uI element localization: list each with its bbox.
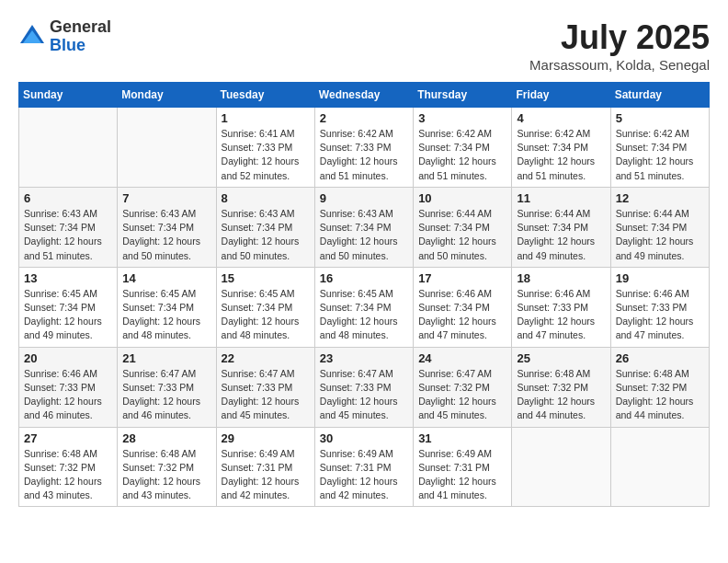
calendar-cell: 3Sunrise: 6:42 AM Sunset: 7:34 PM Daylig… — [414, 108, 512, 188]
day-info: Sunrise: 6:48 AM Sunset: 7:32 PM Dayligh… — [122, 447, 210, 503]
day-info: Sunrise: 6:49 AM Sunset: 7:31 PM Dayligh… — [320, 447, 408, 503]
calendar-cell — [512, 427, 610, 507]
day-info: Sunrise: 6:47 AM Sunset: 7:32 PM Dayligh… — [418, 367, 506, 423]
day-number: 17 — [418, 271, 506, 285]
logo-icon — [18, 23, 46, 51]
calendar-week-1: 1Sunrise: 6:41 AM Sunset: 7:33 PM Daylig… — [19, 108, 710, 188]
day-number: 31 — [418, 431, 506, 445]
day-number: 21 — [122, 351, 210, 365]
day-info: Sunrise: 6:46 AM Sunset: 7:33 PM Dayligh… — [517, 287, 605, 343]
calendar-cell: 19Sunrise: 6:46 AM Sunset: 7:33 PM Dayli… — [610, 267, 709, 347]
day-number: 20 — [24, 351, 112, 365]
calendar-cell: 4Sunrise: 6:42 AM Sunset: 7:34 PM Daylig… — [512, 108, 610, 188]
day-info: Sunrise: 6:43 AM Sunset: 7:34 PM Dayligh… — [222, 207, 310, 263]
calendar-header: SundayMondayTuesdayWednesdayThursdayFrid… — [19, 83, 710, 108]
day-number: 30 — [320, 431, 408, 445]
calendar-week-5: 27Sunrise: 6:48 AM Sunset: 7:32 PM Dayli… — [19, 427, 710, 507]
day-info: Sunrise: 6:47 AM Sunset: 7:33 PM Dayligh… — [122, 367, 210, 423]
day-number: 9 — [320, 191, 408, 205]
day-number: 6 — [24, 191, 112, 205]
calendar-cell — [610, 427, 709, 507]
calendar-cell: 31Sunrise: 6:49 AM Sunset: 7:31 PM Dayli… — [414, 427, 512, 507]
day-info: Sunrise: 6:44 AM Sunset: 7:34 PM Dayligh… — [616, 207, 704, 263]
day-number: 18 — [517, 271, 605, 285]
calendar-cell: 20Sunrise: 6:46 AM Sunset: 7:33 PM Dayli… — [19, 347, 118, 427]
calendar-cell: 11Sunrise: 6:44 AM Sunset: 7:34 PM Dayli… — [512, 187, 610, 267]
day-info: Sunrise: 6:48 AM Sunset: 7:32 PM Dayligh… — [24, 447, 112, 503]
calendar-cell: 1Sunrise: 6:41 AM Sunset: 7:33 PM Daylig… — [216, 108, 314, 188]
day-info: Sunrise: 6:47 AM Sunset: 7:33 PM Dayligh… — [320, 367, 408, 423]
day-number: 14 — [122, 271, 210, 285]
calendar-cell: 10Sunrise: 6:44 AM Sunset: 7:34 PM Dayli… — [414, 187, 512, 267]
weekday-header-saturday: Saturday — [610, 83, 709, 108]
weekday-header-friday: Friday — [512, 83, 610, 108]
day-info: Sunrise: 6:43 AM Sunset: 7:34 PM Dayligh… — [320, 207, 408, 263]
calendar-table: SundayMondayTuesdayWednesdayThursdayFrid… — [18, 82, 710, 507]
calendar-cell — [118, 108, 216, 188]
calendar-cell: 2Sunrise: 6:42 AM Sunset: 7:33 PM Daylig… — [314, 108, 413, 188]
calendar-cell: 24Sunrise: 6:47 AM Sunset: 7:32 PM Dayli… — [414, 347, 512, 427]
calendar-week-4: 20Sunrise: 6:46 AM Sunset: 7:33 PM Dayli… — [19, 347, 710, 427]
day-info: Sunrise: 6:42 AM Sunset: 7:33 PM Dayligh… — [320, 127, 408, 183]
day-info: Sunrise: 6:44 AM Sunset: 7:34 PM Dayligh… — [517, 207, 605, 263]
day-number: 24 — [418, 351, 506, 365]
day-number: 2 — [320, 111, 408, 125]
weekday-header-monday: Monday — [118, 83, 216, 108]
weekday-header-thursday: Thursday — [414, 83, 512, 108]
day-info: Sunrise: 6:48 AM Sunset: 7:32 PM Dayligh… — [616, 367, 704, 423]
calendar-cell: 27Sunrise: 6:48 AM Sunset: 7:32 PM Dayli… — [19, 427, 118, 507]
logo-blue: Blue — [50, 37, 111, 55]
day-number: 13 — [24, 271, 112, 285]
day-info: Sunrise: 6:48 AM Sunset: 7:32 PM Dayligh… — [517, 367, 605, 423]
weekday-header-wednesday: Wednesday — [314, 83, 413, 108]
day-number: 1 — [222, 111, 310, 125]
day-info: Sunrise: 6:42 AM Sunset: 7:34 PM Dayligh… — [616, 127, 704, 183]
day-info: Sunrise: 6:46 AM Sunset: 7:34 PM Dayligh… — [418, 287, 506, 343]
calendar-cell: 9Sunrise: 6:43 AM Sunset: 7:34 PM Daylig… — [314, 187, 413, 267]
day-number: 16 — [320, 271, 408, 285]
calendar-week-3: 13Sunrise: 6:45 AM Sunset: 7:34 PM Dayli… — [19, 267, 710, 347]
day-number: 22 — [222, 351, 310, 365]
calendar-body: 1Sunrise: 6:41 AM Sunset: 7:33 PM Daylig… — [19, 108, 710, 507]
calendar-cell: 26Sunrise: 6:48 AM Sunset: 7:32 PM Dayli… — [610, 347, 709, 427]
day-info: Sunrise: 6:45 AM Sunset: 7:34 PM Dayligh… — [24, 287, 112, 343]
day-info: Sunrise: 6:49 AM Sunset: 7:31 PM Dayligh… — [418, 447, 506, 503]
day-number: 7 — [122, 191, 210, 205]
day-number: 27 — [24, 431, 112, 445]
day-info: Sunrise: 6:42 AM Sunset: 7:34 PM Dayligh… — [418, 127, 506, 183]
day-number: 8 — [222, 191, 310, 205]
month-year-title: July 2025 — [529, 18, 710, 57]
day-number: 11 — [517, 191, 605, 205]
calendar-cell: 22Sunrise: 6:47 AM Sunset: 7:33 PM Dayli… — [216, 347, 314, 427]
day-number: 29 — [222, 431, 310, 445]
day-number: 26 — [616, 351, 704, 365]
logo: General Blue — [18, 18, 111, 55]
calendar-cell: 15Sunrise: 6:45 AM Sunset: 7:34 PM Dayli… — [216, 267, 314, 347]
calendar-cell: 30Sunrise: 6:49 AM Sunset: 7:31 PM Dayli… — [314, 427, 413, 507]
logo-general: General — [50, 18, 111, 37]
title-block: July 2025 Marsassoum, Kolda, Senegal — [529, 18, 710, 73]
calendar-cell: 5Sunrise: 6:42 AM Sunset: 7:34 PM Daylig… — [610, 108, 709, 188]
day-info: Sunrise: 6:44 AM Sunset: 7:34 PM Dayligh… — [418, 207, 506, 263]
calendar-cell — [19, 108, 118, 188]
calendar-cell: 14Sunrise: 6:45 AM Sunset: 7:34 PM Dayli… — [118, 267, 216, 347]
day-info: Sunrise: 6:45 AM Sunset: 7:34 PM Dayligh… — [222, 287, 310, 343]
day-number: 25 — [517, 351, 605, 365]
day-number: 19 — [616, 271, 704, 285]
calendar-cell: 25Sunrise: 6:48 AM Sunset: 7:32 PM Dayli… — [512, 347, 610, 427]
logo-text: General Blue — [50, 18, 111, 55]
calendar-cell: 28Sunrise: 6:48 AM Sunset: 7:32 PM Dayli… — [118, 427, 216, 507]
day-info: Sunrise: 6:46 AM Sunset: 7:33 PM Dayligh… — [616, 287, 704, 343]
calendar-cell: 8Sunrise: 6:43 AM Sunset: 7:34 PM Daylig… — [216, 187, 314, 267]
calendar-cell: 16Sunrise: 6:45 AM Sunset: 7:34 PM Dayli… — [314, 267, 413, 347]
day-info: Sunrise: 6:43 AM Sunset: 7:34 PM Dayligh… — [24, 207, 112, 263]
day-number: 28 — [122, 431, 210, 445]
day-info: Sunrise: 6:47 AM Sunset: 7:33 PM Dayligh… — [222, 367, 310, 423]
weekday-row: SundayMondayTuesdayWednesdayThursdayFrid… — [19, 83, 710, 108]
day-number: 3 — [418, 111, 506, 125]
day-info: Sunrise: 6:49 AM Sunset: 7:31 PM Dayligh… — [222, 447, 310, 503]
weekday-header-sunday: Sunday — [19, 83, 118, 108]
calendar-cell: 21Sunrise: 6:47 AM Sunset: 7:33 PM Dayli… — [118, 347, 216, 427]
calendar-cell: 17Sunrise: 6:46 AM Sunset: 7:34 PM Dayli… — [414, 267, 512, 347]
day-info: Sunrise: 6:41 AM Sunset: 7:33 PM Dayligh… — [222, 127, 310, 183]
